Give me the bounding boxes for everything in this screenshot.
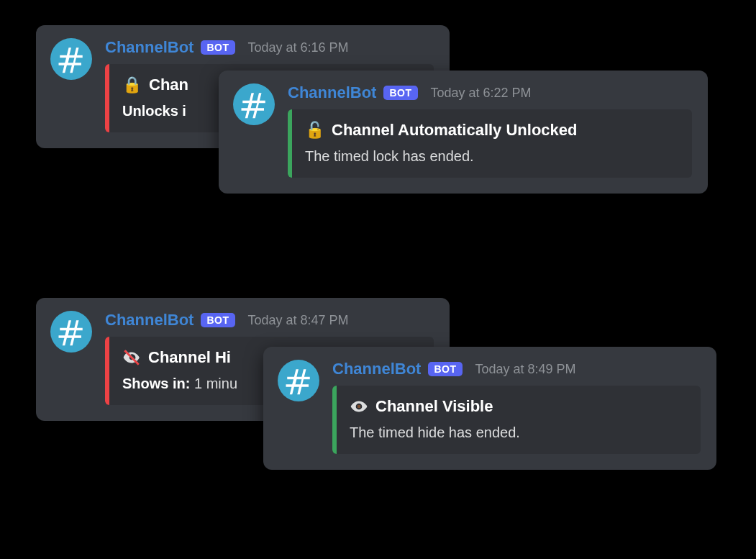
message-body: ChannelBot BOT Today at 8:49 PM Channel … xyxy=(332,360,701,454)
embed-title-text: Chan xyxy=(149,76,188,94)
lock-icon: 🔒 xyxy=(122,77,142,93)
embed-description: The timed hide has ended. xyxy=(350,424,520,441)
embed-content: Channel Hi Shows in: 1 minu xyxy=(109,337,253,405)
hash-icon xyxy=(56,317,86,347)
hash-icon xyxy=(56,44,86,74)
message-header: ChannelBot BOT Today at 8:49 PM xyxy=(332,360,701,378)
embed: 🔓 Channel Automatically Unlocked The tim… xyxy=(288,109,692,178)
author-name[interactable]: ChannelBot xyxy=(332,360,421,378)
bot-badge: BOT xyxy=(201,313,234,327)
eye-icon xyxy=(350,397,368,416)
timestamp: Today at 8:47 PM xyxy=(248,313,349,328)
message-body: ChannelBot BOT Today at 6:22 PM 🔓 Channe… xyxy=(288,83,692,178)
embed-title-text: Channel Visible xyxy=(375,397,493,416)
avatar xyxy=(50,311,92,353)
embed-title-text: Channel Automatically Unlocked xyxy=(332,121,577,140)
author-name[interactable]: ChannelBot xyxy=(105,311,193,330)
svg-point-1 xyxy=(357,405,360,408)
bot-badge: BOT xyxy=(201,40,234,55)
embed-title-text: Channel Hi xyxy=(148,348,231,367)
embed-title: Channel Visible xyxy=(350,397,520,416)
bot-badge: BOT xyxy=(428,362,462,376)
embed-title: 🔒 Chan xyxy=(122,76,188,94)
unlock-icon: 🔓 xyxy=(305,122,324,138)
embed-description: Shows in: 1 minu xyxy=(122,376,237,392)
message-card: ChannelBot BOT Today at 6:22 PM 🔓 Channe… xyxy=(219,71,708,194)
message-header: ChannelBot BOT Today at 6:16 PM xyxy=(105,38,434,57)
embed-desc-rest: The timed hide has ended. xyxy=(350,424,520,440)
embed-content: 🔓 Channel Automatically Unlocked The tim… xyxy=(292,109,593,178)
embed-desc-rest: 1 minu xyxy=(190,376,237,391)
embed-desc-bold: Shows in: xyxy=(122,376,190,391)
eye-off-icon xyxy=(122,348,141,367)
message-card: ChannelBot BOT Today at 8:49 PM Channel … xyxy=(263,347,716,470)
embed-description: The timed lock has ended. xyxy=(305,148,577,165)
avatar xyxy=(50,38,92,80)
hash-icon xyxy=(283,365,314,396)
bot-badge: BOT xyxy=(383,86,417,100)
timestamp: Today at 6:16 PM xyxy=(248,40,349,55)
embed-description: Unlocks i xyxy=(122,103,188,119)
embed-title: Channel Hi xyxy=(122,348,237,367)
embed-content: 🔒 Chan Unlocks i xyxy=(109,64,204,132)
embed-content: Channel Visible The timed hide has ended… xyxy=(337,386,536,454)
embed-desc-bold: Unlocks i xyxy=(122,103,186,119)
message-header: ChannelBot BOT Today at 6:22 PM xyxy=(288,83,692,102)
message-header: ChannelBot BOT Today at 8:47 PM xyxy=(105,311,434,330)
author-name[interactable]: ChannelBot xyxy=(105,38,193,57)
timestamp: Today at 8:49 PM xyxy=(475,362,576,377)
avatar xyxy=(278,360,319,401)
embed-desc-rest: The timed lock has ended. xyxy=(305,148,474,164)
timestamp: Today at 6:22 PM xyxy=(431,86,532,101)
hash-icon xyxy=(239,89,269,119)
embed-title: 🔓 Channel Automatically Unlocked xyxy=(305,121,577,140)
author-name[interactable]: ChannelBot xyxy=(288,83,376,102)
avatar xyxy=(233,83,275,125)
embed: Channel Visible The timed hide has ended… xyxy=(332,386,701,454)
